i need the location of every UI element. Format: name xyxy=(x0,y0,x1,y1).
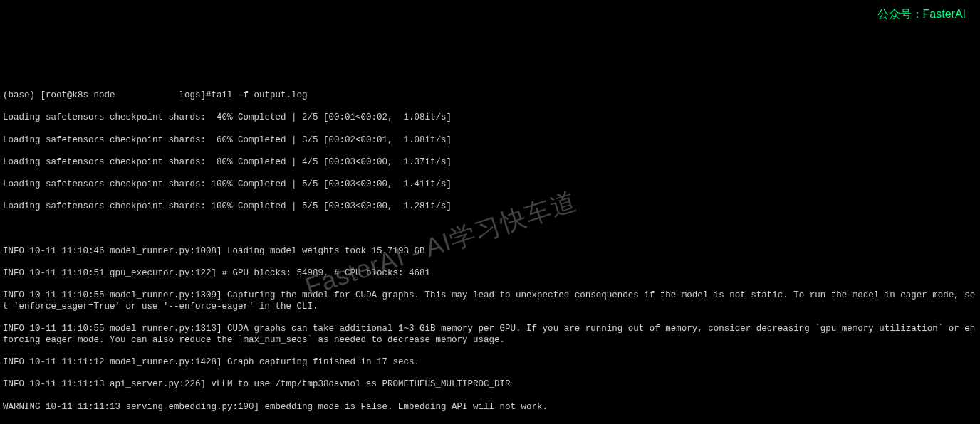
blank-line xyxy=(3,224,977,235)
info-line: INFO 10-11 11:10:51 gpu_executor.py:122]… xyxy=(3,268,977,280)
info-line: INFO 10-11 11:11:13 api_server.py:226] v… xyxy=(3,379,977,391)
loading-line: Loading safetensors checkpoint shards: 1… xyxy=(3,201,977,213)
loading-line: Loading safetensors checkpoint shards: 8… xyxy=(3,157,977,169)
loading-line: Loading safetensors checkpoint shards: 6… xyxy=(3,135,977,147)
warning-line: WARNING 10-11 11:11:13 serving_embedding… xyxy=(3,402,977,413)
prompt-line: (base) [root@k8s-node logs]#tail -f outp… xyxy=(3,90,977,102)
corner-watermark: 公众号：FasterAI xyxy=(877,7,966,21)
info-line: INFO 10-11 11:11:12 model_runner.py:1428… xyxy=(3,357,977,369)
info-line: INFO 10-11 11:10:55 model_runner.py:1313… xyxy=(3,324,977,346)
terminal-output: (base) [root@k8s-node logs]#tail -f outp… xyxy=(3,79,977,424)
loading-line: Loading safetensors checkpoint shards: 1… xyxy=(3,179,977,191)
info-line: INFO 10-11 11:10:46 model_runner.py:1008… xyxy=(3,246,977,258)
info-line: INFO 10-11 11:10:55 model_runner.py:1309… xyxy=(3,290,977,312)
loading-line: Loading safetensors checkpoint shards: 4… xyxy=(3,112,977,124)
